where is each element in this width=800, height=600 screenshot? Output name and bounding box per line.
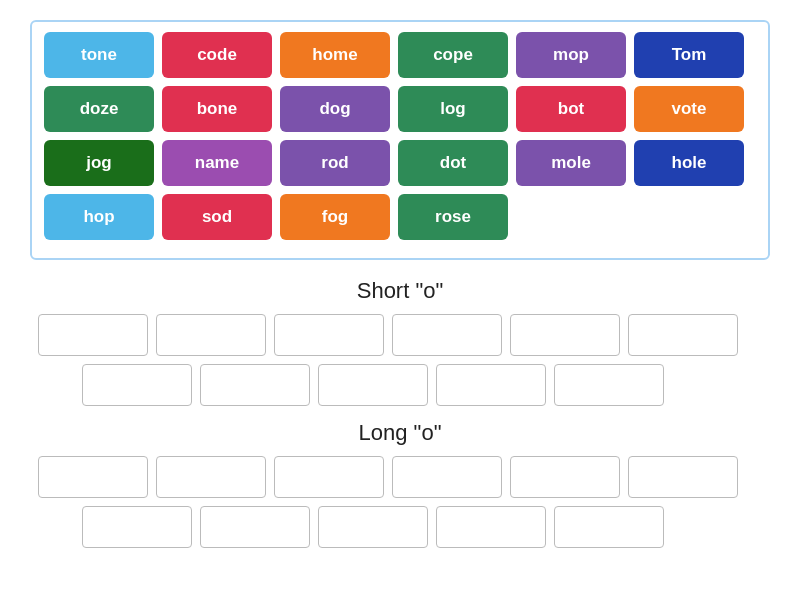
sort-box-1-1-2[interactable] bbox=[318, 506, 428, 548]
tile-hole[interactable]: hole bbox=[634, 140, 744, 186]
tile-fog[interactable]: fog bbox=[280, 194, 390, 240]
sort-box-1-0-2[interactable] bbox=[274, 456, 384, 498]
sort-box-0-1-1[interactable] bbox=[200, 364, 310, 406]
tile-mole[interactable]: mole bbox=[516, 140, 626, 186]
tile-Tom[interactable]: Tom bbox=[634, 32, 744, 78]
sort-box-0-0-2[interactable] bbox=[274, 314, 384, 356]
sort-box-0-0-1[interactable] bbox=[156, 314, 266, 356]
tile-sod[interactable]: sod bbox=[162, 194, 272, 240]
sort-box-1-1-4[interactable] bbox=[554, 506, 664, 548]
sort-box-0-1-4[interactable] bbox=[554, 364, 664, 406]
tile-dog[interactable]: dog bbox=[280, 86, 390, 132]
sort-section-0: Short "o" bbox=[30, 278, 770, 406]
sort-box-1-0-1[interactable] bbox=[156, 456, 266, 498]
tiles-row-3: hopsodfogrose bbox=[44, 194, 756, 240]
tile-rod[interactable]: rod bbox=[280, 140, 390, 186]
tile-hop[interactable]: hop bbox=[44, 194, 154, 240]
sort-box-1-1-1[interactable] bbox=[200, 506, 310, 548]
tile-dot[interactable]: dot bbox=[398, 140, 508, 186]
tile-bot[interactable]: bot bbox=[516, 86, 626, 132]
tiles-container: tonecodehomecopemopTomdozebonedoglogbotv… bbox=[30, 20, 770, 260]
sort-row-1-1 bbox=[30, 506, 770, 548]
tiles-row-1: dozebonedoglogbotvote bbox=[44, 86, 756, 132]
main-container: tonecodehomecopemopTomdozebonedoglogbotv… bbox=[0, 0, 800, 582]
sort-title-1: Long "o" bbox=[30, 420, 770, 446]
tile-doze[interactable]: doze bbox=[44, 86, 154, 132]
tile-bone[interactable]: bone bbox=[162, 86, 272, 132]
sort-box-0-0-4[interactable] bbox=[510, 314, 620, 356]
sort-box-0-1-3[interactable] bbox=[436, 364, 546, 406]
tile-tone[interactable]: tone bbox=[44, 32, 154, 78]
sort-row-1-0 bbox=[30, 456, 770, 498]
sort-sections: Short "o"Long "o" bbox=[30, 278, 770, 548]
sort-box-1-0-3[interactable] bbox=[392, 456, 502, 498]
tile-jog[interactable]: jog bbox=[44, 140, 154, 186]
sort-box-1-1-3[interactable] bbox=[436, 506, 546, 548]
sort-box-0-1-2[interactable] bbox=[318, 364, 428, 406]
tile-name[interactable]: name bbox=[162, 140, 272, 186]
sort-box-1-1-0[interactable] bbox=[82, 506, 192, 548]
tile-mop[interactable]: mop bbox=[516, 32, 626, 78]
tiles-row-0: tonecodehomecopemopTom bbox=[44, 32, 756, 78]
tile-vote[interactable]: vote bbox=[634, 86, 744, 132]
tile-code[interactable]: code bbox=[162, 32, 272, 78]
sort-box-0-0-0[interactable] bbox=[38, 314, 148, 356]
sort-box-0-0-5[interactable] bbox=[628, 314, 738, 356]
tiles-row-2: jognameroddotmolehole bbox=[44, 140, 756, 186]
sort-section-1: Long "o" bbox=[30, 420, 770, 548]
sort-title-0: Short "o" bbox=[30, 278, 770, 304]
sort-box-1-0-5[interactable] bbox=[628, 456, 738, 498]
sort-row-0-0 bbox=[30, 314, 770, 356]
tile-rose[interactable]: rose bbox=[398, 194, 508, 240]
tile-home[interactable]: home bbox=[280, 32, 390, 78]
tile-log[interactable]: log bbox=[398, 86, 508, 132]
sort-row-0-1 bbox=[30, 364, 770, 406]
sort-box-1-0-0[interactable] bbox=[38, 456, 148, 498]
sort-box-0-1-0[interactable] bbox=[82, 364, 192, 406]
sort-box-0-0-3[interactable] bbox=[392, 314, 502, 356]
tile-cope[interactable]: cope bbox=[398, 32, 508, 78]
sort-box-1-0-4[interactable] bbox=[510, 456, 620, 498]
